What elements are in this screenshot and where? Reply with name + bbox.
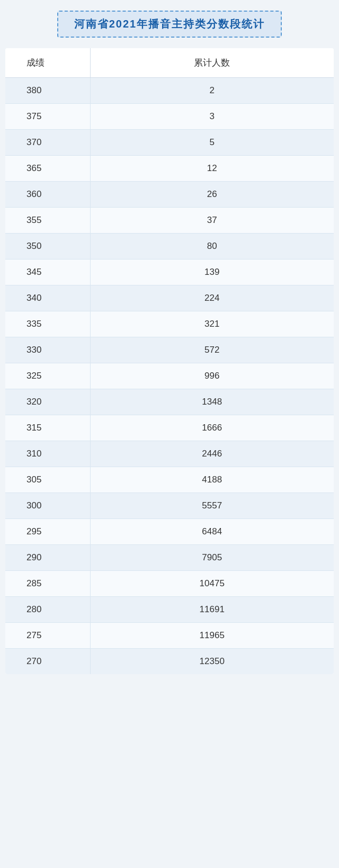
table-row: 3201348 [5, 389, 334, 415]
table-row: 335321 [5, 311, 334, 337]
table-row: 28510475 [5, 571, 334, 597]
page-title: 河南省2021年播音主持类分数段统计 [74, 18, 265, 30]
score-cell: 345 [5, 259, 90, 285]
table-row: 3102446 [5, 441, 334, 467]
count-cell: 224 [90, 285, 334, 311]
score-cell: 370 [5, 130, 90, 156]
col-score-header: 成绩 [5, 48, 90, 78]
table-row: 27511965 [5, 623, 334, 649]
count-cell: 26 [90, 182, 334, 208]
table-row: 325996 [5, 363, 334, 389]
score-cell: 330 [5, 337, 90, 363]
count-cell: 80 [90, 234, 334, 259]
table-row: 3705 [5, 130, 334, 156]
count-cell: 4188 [90, 467, 334, 493]
count-cell: 10475 [90, 571, 334, 597]
table-row: 345139 [5, 259, 334, 285]
table-container: 成绩 累计人数 38023753370536512360263553735080… [5, 48, 334, 674]
table-row: 3753 [5, 104, 334, 130]
score-cell: 340 [5, 285, 90, 311]
count-cell: 11965 [90, 623, 334, 649]
score-cell: 375 [5, 104, 90, 130]
score-cell: 305 [5, 467, 90, 493]
count-cell: 37 [90, 208, 334, 234]
count-cell: 5557 [90, 493, 334, 519]
score-cell: 335 [5, 311, 90, 337]
count-cell: 996 [90, 363, 334, 389]
score-cell: 380 [5, 78, 90, 104]
count-cell: 1348 [90, 389, 334, 415]
score-cell: 350 [5, 234, 90, 259]
count-cell: 139 [90, 259, 334, 285]
table-header-row: 成绩 累计人数 [5, 48, 334, 78]
score-cell: 295 [5, 519, 90, 545]
table-row: 35537 [5, 208, 334, 234]
count-cell: 572 [90, 337, 334, 363]
title-box: 河南省2021年播音主持类分数段统计 [57, 11, 282, 38]
table-row: 27012350 [5, 649, 334, 675]
count-cell: 7905 [90, 545, 334, 571]
table-row: 3802 [5, 78, 334, 104]
page-wrapper: 河南省2021年播音主持类分数段统计 成绩 累计人数 3802375337053… [0, 0, 339, 690]
title-section: 河南省2021年播音主持类分数段统计 [0, 5, 339, 48]
count-cell: 321 [90, 311, 334, 337]
score-cell: 315 [5, 415, 90, 441]
score-cell: 290 [5, 545, 90, 571]
count-cell: 12350 [90, 649, 334, 675]
table-row: 330572 [5, 337, 334, 363]
table-row: 2907905 [5, 545, 334, 571]
score-cell: 280 [5, 597, 90, 623]
score-cell: 300 [5, 493, 90, 519]
table-row: 2956484 [5, 519, 334, 545]
count-cell: 2 [90, 78, 334, 104]
count-cell: 2446 [90, 441, 334, 467]
table-row: 36512 [5, 156, 334, 182]
score-cell: 320 [5, 389, 90, 415]
score-cell: 275 [5, 623, 90, 649]
col-count-header: 累计人数 [90, 48, 334, 78]
score-cell: 360 [5, 182, 90, 208]
score-cell: 285 [5, 571, 90, 597]
table-row: 36026 [5, 182, 334, 208]
score-cell: 365 [5, 156, 90, 182]
score-cell: 325 [5, 363, 90, 389]
table-row: 28011691 [5, 597, 334, 623]
score-table: 成绩 累计人数 38023753370536512360263553735080… [5, 48, 334, 674]
table-row: 35080 [5, 234, 334, 259]
count-cell: 11691 [90, 597, 334, 623]
score-cell: 355 [5, 208, 90, 234]
table-body: 3802375337053651236026355373508034513934… [5, 78, 334, 675]
table-row: 3005557 [5, 493, 334, 519]
count-cell: 3 [90, 104, 334, 130]
score-cell: 270 [5, 649, 90, 675]
count-cell: 12 [90, 156, 334, 182]
table-row: 3151666 [5, 415, 334, 441]
count-cell: 1666 [90, 415, 334, 441]
score-cell: 310 [5, 441, 90, 467]
table-row: 340224 [5, 285, 334, 311]
count-cell: 6484 [90, 519, 334, 545]
table-row: 3054188 [5, 467, 334, 493]
count-cell: 5 [90, 130, 334, 156]
